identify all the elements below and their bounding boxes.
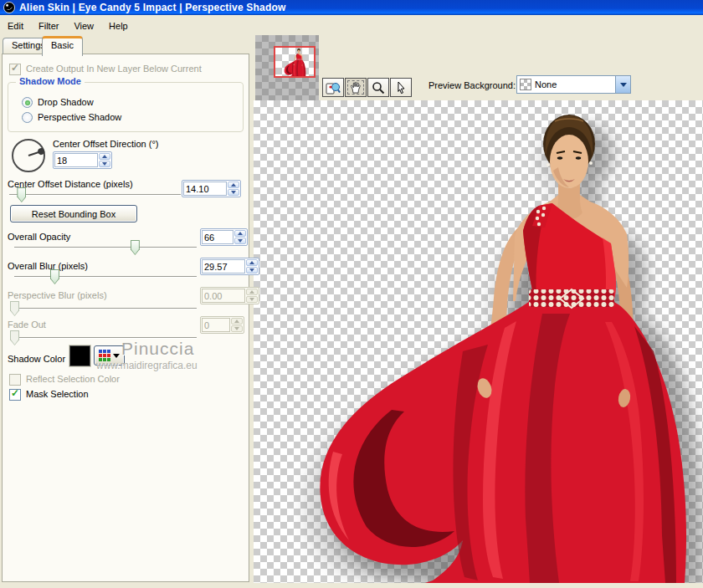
preview-background-label: Preview Background: (428, 80, 516, 90)
blur-value-box (200, 258, 259, 275)
titlebar: Alien Skin | Eye Candy 5 Impact | Perspe… (0, 0, 703, 15)
fade-out-value-box (200, 316, 244, 334)
fade-out-slider-thumb (10, 330, 19, 345)
fade-out-label: Fade Out (8, 320, 46, 330)
opacity-slider-track[interactable] (14, 247, 197, 248)
tab-basic[interactable]: Basic (42, 36, 83, 56)
drop-shadow-label[interactable]: Drop Shadow (38, 97, 94, 107)
create-output-label: Create Output In New Layer Below Current (26, 64, 202, 74)
magnifier-icon (372, 81, 385, 95)
fade-out-input (202, 318, 230, 332)
preview-render (254, 100, 703, 583)
distance-slider-thumb[interactable] (17, 187, 26, 202)
cursor-tool-button[interactable] (390, 78, 412, 97)
mask-selection-label[interactable]: Mask Selection (26, 389, 89, 399)
navigator-view-rect[interactable] (274, 46, 316, 78)
direction-dial[interactable] (12, 139, 45, 172)
perspective-shadow-radio[interactable] (22, 112, 33, 123)
perspective-blur-spin-up-icon (246, 289, 258, 295)
blur-slider-thumb[interactable] (50, 269, 59, 284)
opacity-spin-down-icon[interactable] (234, 238, 246, 244)
pan-tool-button[interactable] (345, 78, 367, 97)
menu-help[interactable]: Help (101, 18, 136, 33)
blur-slider-track[interactable] (14, 276, 197, 278)
perspective-blur-label: Perspective Blur (pixels) (8, 290, 107, 300)
pan-hand-icon (349, 81, 362, 95)
chevron-down-icon (620, 83, 627, 87)
compare-icon (326, 81, 341, 95)
menu-edit[interactable]: Edit (0, 18, 31, 33)
chevron-down-icon (113, 354, 120, 358)
reflect-selection-checkbox (9, 374, 21, 386)
dial-pointer[interactable] (28, 151, 42, 156)
cursor-arrow-icon (395, 81, 407, 95)
preview-canvas[interactable] (254, 100, 703, 583)
direction-input[interactable] (54, 153, 98, 167)
opacity-slider-thumb[interactable] (131, 240, 140, 255)
perspective-blur-spin-down-icon (246, 296, 258, 303)
watermark-name: Pinuccia (121, 339, 194, 359)
compare-tool-button[interactable] (322, 78, 344, 97)
dropdown-arrow-button[interactable] (615, 76, 630, 93)
watermark-url: www.maidiregrafica.eu (96, 360, 198, 371)
menubar: Edit Filter View Help (0, 15, 703, 37)
create-output-checkbox (9, 64, 21, 75)
shadow-color-swatch[interactable] (69, 345, 90, 366)
menu-view[interactable]: View (66, 18, 101, 33)
reset-bounding-box-button[interactable]: Reset Bounding Box (10, 205, 137, 222)
perspective-blur-input (202, 289, 245, 303)
settings-panel: Create Output In New Layer Below Current… (2, 54, 249, 582)
shadow-mode-group: Shadow Mode Drop Shadow Perspective Shad… (8, 82, 244, 132)
perspective-blur-slider-thumb (10, 301, 19, 316)
opacity-spin-up-icon[interactable] (234, 230, 246, 237)
transparency-swatch-icon (520, 79, 531, 90)
distance-spin-down-icon[interactable] (228, 189, 239, 196)
fade-out-spin-down-icon (231, 325, 243, 332)
preview-navigator[interactable] (255, 35, 319, 100)
opacity-value-box (200, 228, 248, 246)
zoom-tool-button[interactable] (367, 78, 389, 97)
fade-out-spin-up-icon (231, 318, 243, 325)
perspective-blur-slider-track (14, 308, 197, 309)
menu-filter[interactable]: Filter (31, 18, 66, 33)
opacity-slider[interactable] (14, 239, 197, 256)
blur-input[interactable] (202, 259, 245, 274)
perspective-shadow-label[interactable]: Perspective Shadow (38, 112, 121, 122)
plugin-window: Alien Skin | Eye Candy 5 Impact | Perspe… (0, 0, 703, 588)
direction-spin-down-icon[interactable] (99, 161, 110, 167)
direction-spin-up-icon[interactable] (99, 153, 110, 160)
distance-input[interactable] (183, 182, 227, 196)
drop-shadow-radio[interactable] (22, 97, 33, 108)
preview-background-value: None (535, 79, 557, 89)
perspective-blur-value-box (200, 287, 259, 304)
direction-label: Center Offset Direction (°) (53, 139, 158, 149)
alien-skin-logo-icon (3, 2, 15, 13)
window-title: Alien Skin | Eye Candy 5 Impact | Perspe… (19, 2, 286, 13)
opacity-input[interactable] (202, 230, 233, 244)
blur-slider[interactable] (14, 268, 197, 285)
blur-spin-up-icon[interactable] (246, 259, 258, 266)
preview-background-dropdown[interactable]: None (516, 75, 631, 94)
perspective-blur-slider (14, 300, 197, 317)
mask-selection-checkbox[interactable] (9, 389, 21, 401)
distance-slider[interactable] (9, 187, 181, 203)
reflect-selection-label: Reflect Selection Color (26, 374, 120, 384)
blur-spin-down-icon[interactable] (246, 267, 258, 274)
shadow-mode-title: Shadow Mode (16, 76, 85, 86)
distance-slider-track[interactable] (9, 194, 181, 196)
direction-value-box (53, 151, 112, 169)
distance-spin-up-icon[interactable] (228, 182, 239, 188)
navigator-thumbnail (275, 48, 314, 76)
shadow-color-label: Shadow Color (8, 354, 65, 364)
distance-value-box (182, 180, 241, 197)
